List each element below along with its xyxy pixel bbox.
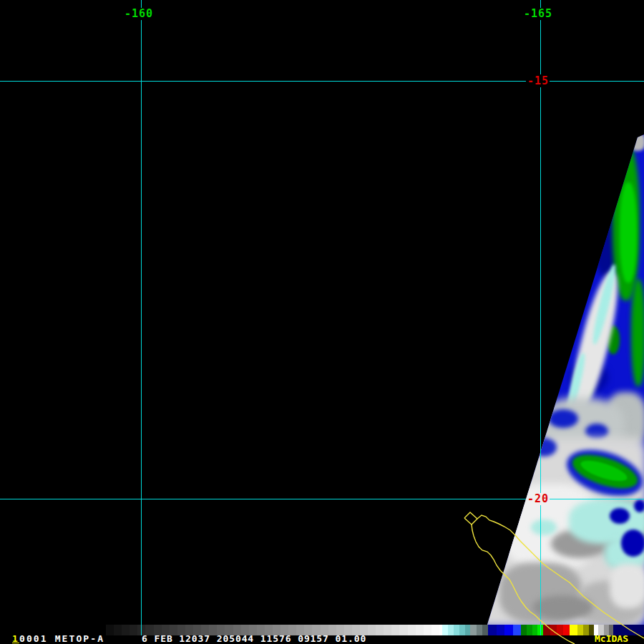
longitude-label: -160 [125, 8, 153, 19]
imagery-blob [585, 424, 608, 439]
imagery-blob [610, 564, 644, 608]
imagery-blob [532, 595, 593, 620]
image-id-text: 0001 METOP-A [19, 634, 104, 644]
graticule-line [540, 0, 541, 8]
imagery-blob [630, 132, 644, 151]
status-bar: 1 0001 METOP-A 6 FEB 12037 205044 11576 … [0, 633, 644, 644]
graticule-line [141, 20, 142, 635]
imagery-blob [621, 530, 644, 557]
graticule-line [141, 0, 142, 8]
imagery-blob [631, 279, 644, 386]
mcidas-brand-label: McIDAS [595, 634, 628, 644]
imagery-blob [548, 409, 578, 428]
latitude-label: -15 [527, 75, 549, 87]
graticule-line [540, 87, 541, 493]
mcidas-display[interactable]: -160-165-15-20 1 0001 METOP-A 6 FEB 1203… [0, 0, 644, 644]
satellite-swath-imagery [0, 0, 644, 644]
graticule-line [550, 81, 644, 82]
graticule-line [540, 20, 541, 74]
island-outline [464, 512, 477, 525]
imagery-blob [531, 438, 557, 457]
imagery-blob [634, 499, 644, 512]
graticule-line [0, 81, 526, 82]
frame-number: 1 [12, 634, 19, 644]
imagery-blob [610, 508, 630, 524]
graticule-line [0, 499, 526, 499]
longitude-label: -165 [524, 8, 552, 19]
imagery-blob [531, 519, 557, 535]
imagery-blob [620, 182, 637, 283]
image-datetime-text: 6 FEB 12037 205044 11576 09157 01.00 [142, 634, 366, 644]
